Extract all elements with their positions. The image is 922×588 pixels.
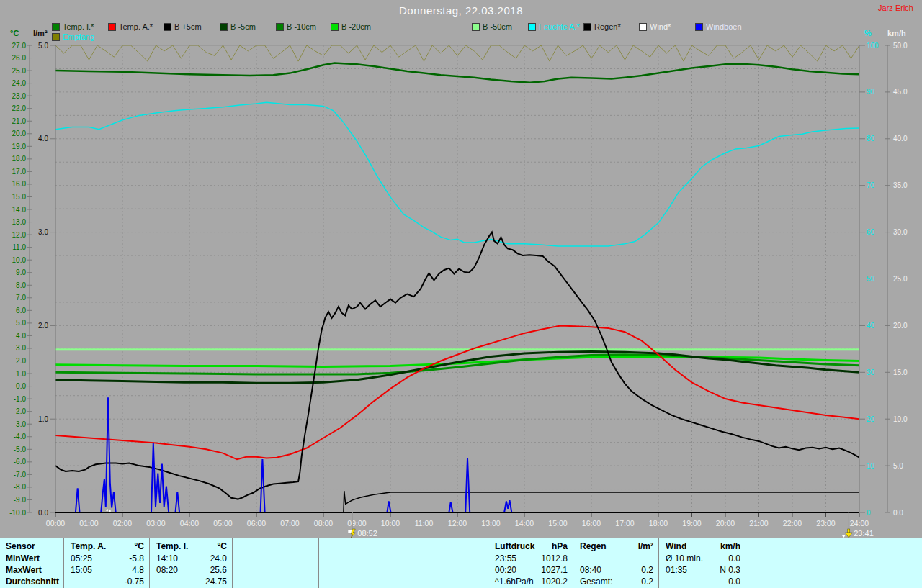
gridlines bbox=[55, 45, 859, 512]
stats-column-header: Windkm/h bbox=[659, 540, 746, 553]
x-axis-hour-label: 14:00 bbox=[515, 519, 534, 528]
celsius-tick-label: -4.0 bbox=[14, 433, 27, 440]
humidity-tick-label: 90 bbox=[867, 88, 875, 96]
stats-column-temp-i-: Temp. I.°C14:1024.008:2025.624.75 bbox=[149, 538, 232, 588]
stats-column-empty bbox=[746, 538, 922, 588]
celsius-tick-label: 12.0 bbox=[12, 231, 27, 239]
rain-tick-label: 4.0 bbox=[38, 135, 48, 143]
celsius-tick-label: -7.0 bbox=[14, 471, 27, 479]
celsius-tick-label: 0.0 bbox=[16, 382, 26, 390]
kmh-tick-label: 10.0 bbox=[893, 415, 908, 423]
celsius-tick-label: 14.0 bbox=[12, 206, 27, 214]
stats-cell-row bbox=[746, 564, 922, 576]
x-axis-hour-label: 18:00 bbox=[649, 519, 668, 528]
x-axis-hour-label: 08:00 bbox=[314, 519, 333, 528]
rain-tick-label: 0.0 bbox=[38, 509, 48, 517]
kmh-tick-label: 20.0 bbox=[893, 322, 908, 330]
x-axis-hour-label: 13:00 bbox=[481, 519, 500, 528]
rain-tick-label: 2.0 bbox=[38, 322, 48, 330]
stats-cell-row bbox=[403, 576, 488, 587]
stats-cell-row: -0.75 bbox=[64, 576, 149, 587]
marker-time-label: 23:41 bbox=[854, 529, 874, 538]
humidity-tick-label: 60 bbox=[867, 228, 875, 236]
kmh-tick-label: 50.0 bbox=[893, 42, 908, 50]
celsius-tick-label: -9.0 bbox=[14, 496, 27, 504]
celsius-tick-label: -8.0 bbox=[14, 483, 27, 491]
stats-cell-row bbox=[233, 553, 318, 564]
kmh-tick-label: 35.0 bbox=[893, 181, 908, 189]
kmh-tick-label: 5.0 bbox=[893, 462, 903, 470]
stats-row-label: MinWert bbox=[0, 553, 63, 564]
kmh-tick-label: 30.0 bbox=[893, 228, 908, 236]
celsius-tick-label: 6.0 bbox=[16, 307, 26, 315]
marker-weather-icon bbox=[348, 530, 352, 533]
marker-time-label: 08:52 bbox=[357, 529, 377, 538]
humidity-tick-label: 10 bbox=[867, 462, 875, 470]
x-axis-hour-label: 11:00 bbox=[415, 519, 434, 528]
stats-cell-row bbox=[233, 564, 318, 576]
x-axis-hour-label: 04:00 bbox=[180, 519, 199, 528]
celsius-tick-label: -1.0 bbox=[14, 395, 27, 403]
celsius-tick-label: 4.0 bbox=[16, 332, 26, 340]
celsius-tick-label: 22.0 bbox=[12, 104, 27, 112]
down-arrow-icon bbox=[845, 533, 852, 538]
humidity-tick-label: 30 bbox=[867, 368, 875, 376]
stats-cell-row: 23:551012.8 bbox=[488, 553, 573, 564]
stats-column-wind: Windkm/hØ 10 min.0.001:35N 0.30.0 bbox=[658, 538, 746, 588]
humidity-tick-label: 80 bbox=[867, 135, 875, 143]
humidity-tick-label: 0 bbox=[867, 509, 871, 517]
x-axis-hour-label: 09:00 bbox=[347, 519, 366, 528]
x-axis-hour-label: 10:00 bbox=[381, 519, 400, 528]
stats-cell-row: Ø 10 min.0.0 bbox=[659, 553, 746, 564]
humidity-tick-label: 50 bbox=[867, 275, 875, 283]
celsius-tick-label: 20.0 bbox=[12, 130, 27, 137]
kmh-tick-label: 15.0 bbox=[893, 368, 908, 376]
celsius-tick-label: 9.0 bbox=[16, 268, 26, 276]
stats-cell-row: 24.75 bbox=[150, 576, 232, 587]
stats-column-header: Regenl/m² bbox=[573, 540, 658, 553]
celsius-tick-label: 2.0 bbox=[16, 357, 26, 365]
kmh-tick-label: 45.0 bbox=[893, 88, 908, 96]
x-axis-hour-label: 17:00 bbox=[615, 519, 634, 528]
stats-cell-row bbox=[319, 576, 403, 587]
stats-column-header: Temp. I.°C bbox=[150, 540, 232, 553]
stats-cell-row: 0.0 bbox=[659, 576, 746, 587]
celsius-tick-label: 10.0 bbox=[12, 256, 27, 264]
rain-tick-label: 1.0 bbox=[38, 415, 48, 423]
celsius-tick-label: -10.0 bbox=[9, 509, 26, 517]
series-temp_a-line bbox=[55, 325, 859, 459]
stats-cell-row: 14:1024.0 bbox=[150, 553, 232, 564]
celsius-tick-label: 15.0 bbox=[12, 193, 27, 201]
stats-column-temp-a-: Temp. A.°C05:25-5.815:054.8-0.75 bbox=[63, 538, 149, 588]
rain-tick-label: 5.0 bbox=[38, 42, 48, 50]
celsius-tick-label: 26.0 bbox=[12, 54, 27, 62]
celsius-tick-label: 17.0 bbox=[12, 168, 27, 176]
stats-cell-row bbox=[746, 576, 922, 587]
stats-column-empty bbox=[318, 538, 403, 588]
stats-table: SensorMinWertMaxWertDurchschnittTemp. A.… bbox=[0, 538, 922, 588]
celsius-tick-label: 24.0 bbox=[12, 79, 27, 87]
x-axis-hour-label: 22:00 bbox=[783, 519, 802, 528]
stats-column-luftdruck: LuftdruckhPa23:551012.800:201027.1^1.6hP… bbox=[488, 538, 573, 588]
humidity-tick-label: 70 bbox=[867, 181, 875, 189]
stats-cell-row bbox=[319, 553, 403, 564]
x-axis-hour-label: 06:00 bbox=[247, 519, 266, 528]
celsius-tick-label: 3.0 bbox=[16, 344, 26, 352]
x-axis-hour-label: 07:00 bbox=[280, 519, 299, 528]
humidity-tick-label: 100 bbox=[867, 42, 879, 50]
stats-column-header: LuftdruckhPa bbox=[488, 540, 573, 553]
x-axis-hour-label: 15:00 bbox=[548, 519, 567, 528]
celsius-tick-label: 1.0 bbox=[16, 370, 26, 378]
x-axis-hour-label: 02:00 bbox=[113, 519, 132, 528]
celsius-tick-label: 25.0 bbox=[12, 67, 27, 75]
x-axis-hour-label: 20:00 bbox=[716, 519, 735, 528]
stats-cell-row bbox=[573, 553, 658, 564]
series-feuchte-line bbox=[55, 102, 859, 246]
stats-cell-row bbox=[319, 564, 403, 576]
celsius-tick-label: -5.0 bbox=[14, 445, 27, 453]
stats-column-header bbox=[746, 540, 922, 553]
x-axis-hour-label: 03:00 bbox=[146, 519, 165, 528]
weather-chart-plot: 27.026.025.024.023.022.021.020.019.018.0… bbox=[0, 0, 922, 538]
celsius-tick-label: 8.0 bbox=[16, 281, 26, 289]
x-axis-hour-label: 16:00 bbox=[582, 519, 601, 528]
